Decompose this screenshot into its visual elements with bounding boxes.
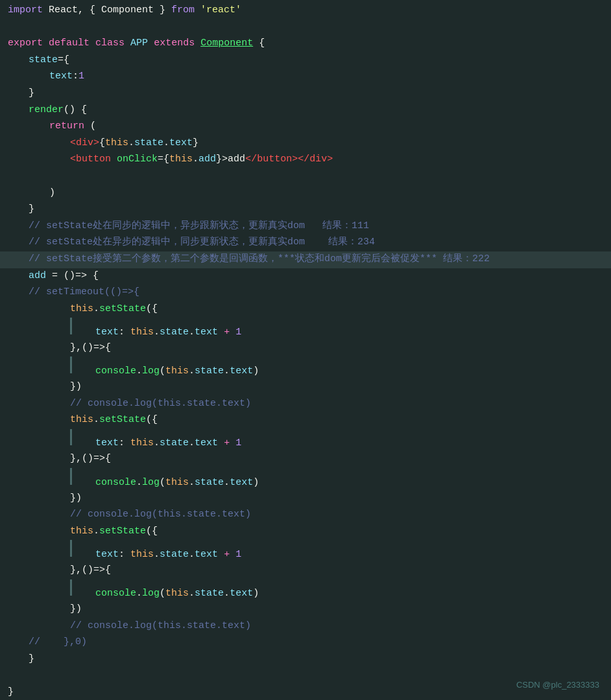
- code-line-callback2-close: }): [0, 491, 611, 508]
- code-line-9: <div>{this.state.text}: [0, 135, 611, 152]
- code-line-comment1: // setState处在同步的逻辑中，异步跟新状态，更新真实dom 结果：11…: [0, 218, 611, 235]
- code-line-comment2: // setState处在异步的逻辑中，同步更新状态，更新真实dom 结果：23…: [0, 235, 611, 251]
- code-line-1: import React, { Component } from 'react': [0, 3, 611, 19]
- code-editor: import React, { Component } from 'react'…: [0, 0, 611, 700]
- code-line-setstate3-open: this.setState({: [0, 524, 611, 541]
- watermark-text: CSDN @plc_2333333: [516, 679, 599, 692]
- code-line-console2: console.log(this.state.text): [0, 468, 611, 491]
- code-line-comment-console2: // console.log(this.state.text): [0, 507, 611, 524]
- code-line-text3: text: this.state.text + 1: [0, 540, 611, 563]
- code-line-settimeout-close: // },0): [0, 635, 611, 651]
- code-line-comment-console3: // console.log(this.state.text): [0, 618, 611, 635]
- code-line-3: export default class APP extends Compone…: [0, 36, 611, 52]
- code-line-4: state={: [0, 52, 611, 69]
- code-line-callback1-open: },()=>{: [0, 340, 611, 357]
- code-line-6: }: [0, 86, 611, 102]
- code-line-12: ): [0, 185, 611, 202]
- code-line-setstate1-open: this.setState({: [0, 301, 611, 318]
- code-line-console3: console.log(this.state.text): [0, 579, 611, 602]
- code-line-comment-console1: // console.log(this.state.text): [0, 396, 611, 413]
- code-line-add: add = ()=> {: [0, 268, 611, 285]
- code-line-setstate2-open: this.setState({: [0, 412, 611, 429]
- code-line-text1: text: this.state.text + 1: [0, 318, 611, 340]
- code-line-comment-settimeout: // setTimeout(()=>{: [0, 285, 611, 301]
- code-line-callback2-open: },()=>{: [0, 451, 611, 468]
- code-line-text2: text: this.state.text + 1: [0, 429, 611, 452]
- code-line-add-close: }: [0, 651, 611, 668]
- code-line-console1: console.log(this.state.text): [0, 356, 611, 379]
- code-line-blank-2: [0, 169, 611, 185]
- code-line-blank-1: [0, 19, 611, 36]
- code-line-5: text:1: [0, 69, 611, 86]
- code-line-13: }: [0, 202, 611, 218]
- code-line-callback3-open: },()=>{: [0, 563, 611, 579]
- code-line-callback3-close: }): [0, 601, 611, 618]
- code-line-comment3: // setState接受第二个参数，第二个参数是回调函数，***状态和dom更…: [0, 251, 611, 268]
- code-line-10: <button onClick={this.add}>add</button><…: [0, 152, 611, 169]
- code-line-7: render() {: [0, 102, 611, 119]
- code-line-callback1-close: }): [0, 379, 611, 396]
- code-line-8: return (: [0, 119, 611, 135]
